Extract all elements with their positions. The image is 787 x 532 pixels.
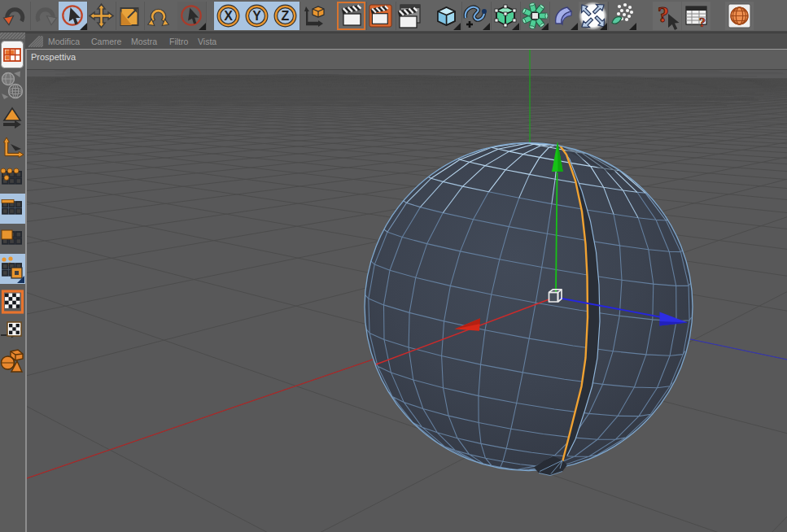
svg-text:Z: Z (282, 9, 290, 23)
svg-text:?: ? (658, 2, 669, 27)
svg-text:?: ? (699, 15, 706, 29)
svg-text:Y: Y (252, 9, 261, 23)
svg-text:X: X (224, 9, 233, 23)
